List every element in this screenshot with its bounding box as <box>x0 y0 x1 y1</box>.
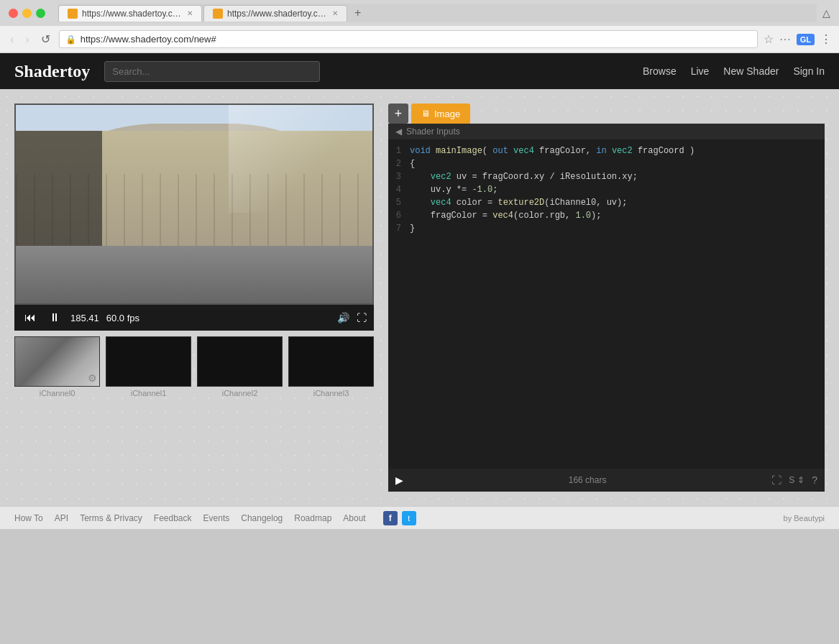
tab-1-close[interactable]: ✕ <box>187 9 193 17</box>
footer-link-terms[interactable]: Terms & Privacy <box>80 513 142 523</box>
url-text: https://www.shadertoy.com/new# <box>81 34 751 45</box>
add-tab-button[interactable]: + <box>388 104 408 124</box>
main-content: ⏮ ⏸ 185.41 60.0 fps 🔊 ⛶ ⚙ iChannel0 iCha… <box>0 89 839 506</box>
minimize-window-button[interactable] <box>22 9 32 18</box>
channel-0-thumb[interactable]: ⚙ <box>14 336 100 387</box>
secure-icon: 🔒 <box>65 34 76 45</box>
nav-new-shader[interactable]: New Shader <box>723 65 779 77</box>
code-line-2: 2 { <box>388 158 825 171</box>
char-count: 166 chars <box>411 475 764 485</box>
browser-tab-2[interactable]: https://www.shadertoy.com/ne ✕ <box>203 5 347 22</box>
maximize-window-button[interactable] <box>36 9 45 18</box>
code-line-4: 4 uv.y *= -1.0; <box>388 184 825 197</box>
tab-favicon-1 <box>68 9 78 19</box>
site-header: Shadertoy Browse Live New Shader Sign In <box>0 53 839 89</box>
font-size-control: S ⇕ <box>789 475 804 485</box>
traffic-lights <box>9 9 45 18</box>
code-line-3: 3 vec2 uv = fragCoord.xy / iResolution.x… <box>388 171 825 184</box>
footer-link-roadmap[interactable]: Roadmap <box>294 513 331 523</box>
editor-footer: ▶ 166 chars ⛶ S ⇕ ? <box>388 469 825 492</box>
footer-link-events[interactable]: Events <box>203 513 230 523</box>
address-bar: ‹ › ↺ 🔒 https://www.shadertoy.com/new# ☆… <box>0 26 839 53</box>
shader-preview-panel: ⏮ ⏸ 185.41 60.0 fps 🔊 ⛶ ⚙ iChannel0 iCha… <box>14 104 374 492</box>
reflection <box>229 105 372 213</box>
notification-area: △ <box>822 7 830 19</box>
fps-display: 60.0 fps <box>106 313 139 323</box>
social-icons: f t <box>383 511 416 525</box>
shader-inputs-toggle[interactable]: ◀ <box>395 126 402 137</box>
nav-live[interactable]: Live <box>691 65 710 77</box>
footer-link-about[interactable]: About <box>343 513 365 523</box>
code-line-1: 1 void mainImage( out vec4 fragColor, in… <box>388 145 825 158</box>
new-tab-button[interactable]: + <box>349 4 367 22</box>
controls-bar: ⏮ ⏸ 185.41 60.0 fps 🔊 ⛶ <box>14 305 374 331</box>
run-button[interactable]: ▶ <box>395 474 403 486</box>
refresh-button[interactable]: ↺ <box>38 31 53 47</box>
preview-scene <box>16 105 372 303</box>
site-footer: How To API Terms & Privacy Feedback Even… <box>0 506 839 529</box>
help-button[interactable]: ? <box>812 474 817 486</box>
shader-inputs-bar: ◀ Shader Inputs <box>388 124 825 139</box>
extensions-icon[interactable]: ⋯ <box>779 32 791 46</box>
shader-inputs-label: Shader Inputs <box>406 126 460 137</box>
address-bar-right: ☆ ⋯ GL ⋮ <box>764 32 832 46</box>
footer-credit: by Beautypi <box>784 514 825 523</box>
editor-tabs: + 🖥 Image <box>388 104 825 124</box>
url-bar[interactable]: 🔒 https://www.shadertoy.com/new# <box>59 30 758 48</box>
image-tab[interactable]: 🖥 Image <box>411 104 470 124</box>
preview-container <box>14 104 374 305</box>
tab-2-close[interactable]: ✕ <box>332 9 338 17</box>
browser-tab-1[interactable]: https://www.shadertoy.com/ne ✕ <box>58 5 202 22</box>
browser-chrome: https://www.shadertoy.com/ne ✕ https://w… <box>0 0 839 53</box>
font-size-stepper[interactable]: ⇕ <box>797 475 804 485</box>
nav-sign-in[interactable]: Sign In <box>793 65 825 77</box>
street <box>16 246 372 303</box>
channel-0-label: iChannel0 <box>40 389 75 397</box>
footer-link-api[interactable]: API <box>55 513 68 523</box>
code-editor[interactable]: 1 void mainImage( out vec4 fragColor, in… <box>388 139 825 469</box>
tab-1-label: https://www.shadertoy.com/ne <box>82 9 183 19</box>
font-size-label: S <box>789 475 794 485</box>
browser-titlebar: https://www.shadertoy.com/ne ✕ https://w… <box>0 0 839 26</box>
fullscreen-button[interactable]: ⛶ <box>357 312 367 323</box>
editor-panel: + 🖥 Image ◀ Shader Inputs 1 void mainIma… <box>388 104 825 492</box>
channel-1-thumb[interactable] <box>106 336 191 387</box>
image-tab-label: Image <box>434 109 460 119</box>
gl-badge: GL <box>797 34 815 45</box>
restart-button[interactable]: ⏮ <box>22 311 39 324</box>
tab-bar: https://www.shadertoy.com/ne ✕ https://w… <box>58 4 817 22</box>
close-window-button[interactable] <box>9 9 18 18</box>
tab-2-label: https://www.shadertoy.com/ne <box>227 9 328 19</box>
channel-2-thumb[interactable] <box>197 336 283 387</box>
fullscreen-editor-button[interactable]: ⛶ <box>771 474 781 486</box>
search-input[interactable] <box>104 61 320 82</box>
footer-link-howto[interactable]: How To <box>14 513 43 523</box>
image-tab-icon: 🖥 <box>421 109 430 119</box>
footer-link-changelog[interactable]: Changelog <box>241 513 283 523</box>
time-display: 185.41 <box>70 313 99 323</box>
tab-favicon-2 <box>213 9 223 19</box>
twitter-icon[interactable]: t <box>402 511 416 525</box>
channel-1: iChannel1 <box>106 336 191 397</box>
nav-browse[interactable]: Browse <box>643 65 677 77</box>
bookmark-icon[interactable]: ☆ <box>764 32 774 46</box>
facebook-icon[interactable]: f <box>383 511 398 525</box>
footer-link-feedback[interactable]: Feedback <box>154 513 192 523</box>
code-line-5: 5 vec4 color = texture2D(iChannel0, uv); <box>388 197 825 210</box>
channel-1-label: iChannel1 <box>131 389 167 397</box>
channel-2: iChannel2 <box>197 336 283 397</box>
channel-3-thumb[interactable] <box>288 336 374 387</box>
site-logo: Shadertoy <box>14 62 90 81</box>
volume-icon[interactable]: 🔊 <box>337 312 349 323</box>
header-nav: Browse Live New Shader Sign In <box>643 65 825 77</box>
back-button[interactable]: ‹ <box>7 32 17 47</box>
channel-0-gear-icon[interactable]: ⚙ <box>88 372 97 384</box>
channel-2-label: iChannel2 <box>222 389 258 397</box>
code-line-6: 6 fragColor = vec4(color.rgb, 1.0); <box>388 210 825 223</box>
code-line-7: 7 } <box>388 223 825 236</box>
pause-button[interactable]: ⏸ <box>46 311 63 324</box>
browser-menu-button[interactable]: ⋮ <box>820 32 832 46</box>
channel-inputs: ⚙ iChannel0 iChannel1 iChannel2 iChannel… <box>14 336 374 397</box>
forward-button[interactable]: › <box>22 32 32 47</box>
channel-3: iChannel3 <box>288 336 374 397</box>
